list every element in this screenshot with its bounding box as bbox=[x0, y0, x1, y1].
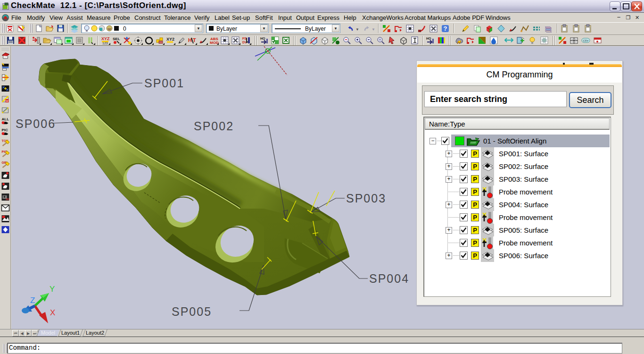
svg-text:XYZ: XYZ bbox=[101, 36, 110, 41]
svg-text:csv: csv bbox=[583, 38, 589, 42]
svg-text:T: T bbox=[193, 37, 196, 43]
svg-text:SP005: SP005 bbox=[172, 305, 212, 318]
svg-text:?: ? bbox=[444, 25, 447, 32]
svg-text:M: M bbox=[6, 100, 8, 102]
svg-text:SP006: SP006 bbox=[16, 117, 56, 130]
svg-text:HO: HO bbox=[426, 37, 431, 40]
svg-text:MODE: MODE bbox=[210, 41, 219, 45]
svg-text:PIC: PIC bbox=[2, 128, 8, 132]
svg-text:X: X bbox=[50, 308, 55, 317]
svg-text:ALL: ALL bbox=[2, 117, 9, 121]
svg-text:123: 123 bbox=[102, 42, 108, 45]
svg-text:FS: FS bbox=[242, 37, 247, 40]
svg-text:SP002: SP002 bbox=[194, 119, 234, 133]
svg-text:SP004: SP004 bbox=[369, 272, 409, 285]
svg-text:SEL: SEL bbox=[113, 37, 120, 41]
svg-text:SP001: SP001 bbox=[144, 76, 184, 90]
svg-text:360: 360 bbox=[6, 198, 10, 201]
svg-text:Z: Z bbox=[30, 296, 35, 305]
svg-text:Y: Y bbox=[50, 285, 55, 294]
svg-text:HO: HO bbox=[260, 37, 265, 40]
svg-text:SP003: SP003 bbox=[346, 192, 386, 205]
svg-text:XY2: XY2 bbox=[166, 37, 174, 42]
